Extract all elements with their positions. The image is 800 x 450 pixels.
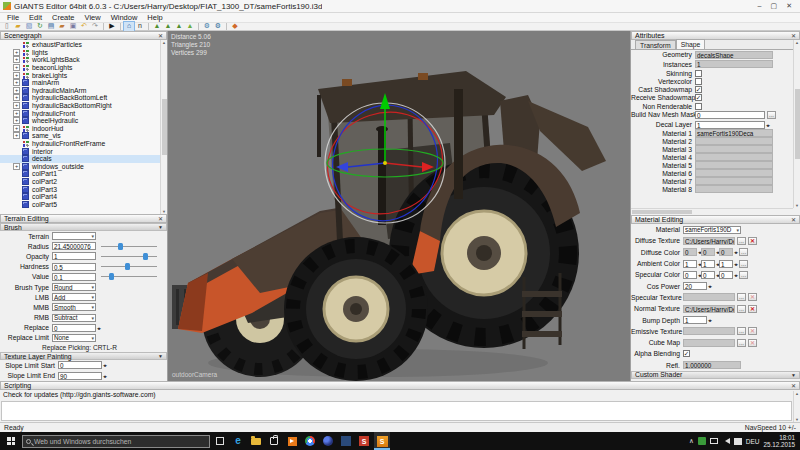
close-icon[interactable]: ✕: [158, 32, 163, 39]
nav-mesh-mask-browse-button[interactable]: ...: [767, 111, 776, 119]
spinner[interactable]: ◂▸: [708, 283, 711, 289]
non-renderable-checkbox[interactable]: [695, 103, 702, 110]
slope-limit-start-field[interactable]: 0: [58, 361, 102, 369]
tree-item-colPart4[interactable]: colPart4: [0, 193, 160, 201]
decal-layer-field[interactable]: 1: [695, 121, 765, 129]
firefox-icon[interactable]: [320, 432, 336, 450]
radius-field[interactable]: 21.45000076: [52, 242, 96, 250]
play-icon[interactable]: ▶: [107, 22, 117, 31]
tree-item-hydraulicMainArm[interactable]: +hydraulicMainArm: [0, 87, 160, 95]
red-app-icon[interactable]: S: [356, 432, 372, 450]
tree-item-hydraulicFront[interactable]: +hydraulicFront: [0, 109, 160, 117]
close-icon[interactable]: ✕: [158, 215, 163, 222]
specular-color-b[interactable]: 0: [719, 271, 733, 279]
expand-icon[interactable]: +: [13, 163, 20, 170]
spinner[interactable]: ◂▸: [708, 317, 711, 323]
receive-shadowmap-checkbox[interactable]: ✓: [695, 94, 702, 101]
cube-map-browse-button[interactable]: ...: [737, 339, 746, 347]
value-slider[interactable]: [101, 272, 157, 281]
tree-item-colPart5[interactable]: colPart5: [0, 200, 160, 208]
expand-icon[interactable]: +: [13, 72, 20, 79]
terrain-paint-icon[interactable]: ▲: [185, 22, 195, 31]
store-icon[interactable]: [266, 432, 282, 450]
radius-slider[interactable]: [101, 242, 157, 251]
spinner[interactable]: ◂▸: [103, 373, 106, 379]
nav-mesh-mask-field[interactable]: 0: [695, 111, 765, 119]
tree-item-same_vis[interactable]: +same_vis: [0, 132, 160, 140]
spinner[interactable]: ◂▸: [734, 261, 737, 267]
expand-icon[interactable]: +: [13, 56, 20, 63]
lmb-select[interactable]: Add▾: [52, 293, 96, 301]
specular-color-g[interactable]: 0: [701, 271, 715, 279]
tree-item-decals[interactable]: decals: [0, 155, 160, 163]
tree-item-colPart2[interactable]: colPart2: [0, 178, 160, 186]
scroll-down-icon[interactable]: ▼: [795, 203, 799, 208]
file-explorer-icon[interactable]: [248, 432, 264, 450]
specular-color-picker-button[interactable]: ...: [739, 271, 748, 279]
ambient-color-picker-button[interactable]: ...: [739, 260, 748, 268]
scenegraph-scrollbar[interactable]: ▲ ▼: [160, 40, 167, 214]
tree-item-interior[interactable]: interior: [0, 147, 160, 155]
brush-type-select[interactable]: Round▾: [52, 283, 96, 291]
media-app-icon[interactable]: [284, 432, 300, 450]
giants-editor-taskbar-icon[interactable]: S: [374, 432, 390, 450]
normal-texture-field[interactable]: C:/Users/Harry/Des: [683, 305, 735, 313]
collapse-icon[interactable]: ▼: [158, 353, 163, 359]
tree-item-hydraulicBackBottomRight[interactable]: +hydraulicBackBottomRight: [0, 102, 160, 110]
network-icon[interactable]: [710, 438, 718, 444]
paste-icon[interactable]: ▣: [68, 22, 78, 31]
menu-create[interactable]: Create: [47, 13, 80, 22]
spinner[interactable]: ◂▸: [734, 272, 737, 278]
action-center-icon[interactable]: [734, 438, 742, 445]
diffuse-color-r[interactable]: 0: [683, 248, 697, 256]
tree-item-colPart3[interactable]: colPart3: [0, 185, 160, 193]
specular-color-r[interactable]: 0: [683, 271, 697, 279]
expand-icon[interactable]: +: [13, 117, 20, 124]
alpha-blending-checkbox[interactable]: ✓: [683, 350, 690, 357]
scrollbar-thumb[interactable]: [795, 89, 800, 159]
close-icon[interactable]: ✕: [791, 216, 796, 223]
tab-shape[interactable]: Shape: [676, 39, 706, 49]
clock[interactable]: 18:01 25.12.2015: [763, 434, 795, 448]
terrain-flatten-icon[interactable]: ▲: [174, 22, 184, 31]
tree-item-windows_outside[interactable]: +windows_outside: [0, 163, 160, 171]
task-view-button[interactable]: [212, 432, 228, 450]
emissive-texture-browse-button[interactable]: ...: [737, 327, 746, 335]
expand-icon[interactable]: +: [13, 132, 20, 139]
expand-icon[interactable]: +: [13, 64, 20, 71]
normal-texture-remove-button[interactable]: ✕: [748, 305, 757, 313]
close-button[interactable]: ✕: [786, 2, 792, 10]
material-select[interactable]: sameFortis190D▾: [683, 226, 741, 234]
tree-item-beaconLights[interactable]: +beaconLights: [0, 64, 160, 72]
terrain-smooth-icon[interactable]: ▲: [163, 22, 173, 31]
diffuse-color-b[interactable]: 0: [719, 248, 733, 256]
expand-icon[interactable]: +: [13, 125, 20, 132]
attributes-hscrollbar[interactable]: [631, 208, 793, 214]
tree-item-indoorHud[interactable]: +indoorHud: [0, 125, 160, 133]
spinner[interactable]: ◂▸: [734, 249, 737, 255]
start-button[interactable]: [2, 432, 20, 450]
attributes-scrollbar[interactable]: ▲ ▼: [793, 40, 800, 208]
close-icon[interactable]: ✕: [791, 32, 796, 39]
normals-toggle-icon[interactable]: n: [135, 22, 145, 31]
menu-view[interactable]: View: [80, 13, 106, 22]
edge-icon[interactable]: e: [230, 432, 246, 450]
tree-item-lights[interactable]: +lights: [0, 49, 160, 57]
tree-item-exhaustParticles[interactable]: exhaustParticles: [0, 41, 160, 49]
open-file-icon[interactable]: ▰: [13, 22, 23, 31]
volume-icon[interactable]: [722, 438, 730, 444]
menu-file[interactable]: File: [2, 13, 24, 22]
scripting-scrollbar[interactable]: ▲ ▼: [793, 391, 800, 422]
terrain-sculpt-icon[interactable]: ▲: [152, 22, 162, 31]
rmb-select[interactable]: Subtract▾: [52, 314, 96, 322]
spinner[interactable]: ◂▸: [766, 122, 769, 128]
hardness-slider[interactable]: [101, 262, 157, 271]
search-input[interactable]: Web und Windows durchsuchen: [22, 435, 210, 448]
expand-icon[interactable]: +: [13, 79, 20, 86]
opacity-field[interactable]: 1: [52, 252, 96, 260]
diffuse-color-g[interactable]: 0: [701, 248, 715, 256]
check-updates-link[interactable]: Check for updates (http://gdn.giants-sof…: [0, 390, 800, 399]
slope-limit-end-field[interactable]: 90: [58, 372, 102, 380]
replace-field[interactable]: 0: [52, 324, 96, 332]
bump-depth-field[interactable]: 1: [683, 316, 707, 324]
